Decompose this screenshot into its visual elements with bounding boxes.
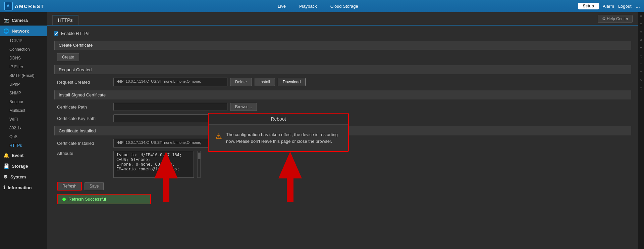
sidebar-item-storage[interactable]: 💾 Storage — [0, 161, 47, 171]
request-created-value: H/IP=10.0.17.134;C=US;ST=none;L=none;O=n… — [113, 78, 227, 86]
app-title: AMCREST — [15, 3, 44, 9]
logo-icon: A — [4, 2, 13, 10]
content-area: HTTPs ⚙ Help Center Enable HTTPs Create … — [47, 12, 638, 249]
sidebar: 📷 Camera 🌐 Network TCP/IP Connection DDN… — [0, 12, 47, 249]
sidebar-item-event[interactable]: 🔔 Event — [0, 150, 47, 161]
sidebar-item-system[interactable]: ⚙ System — [0, 171, 47, 182]
sidebar-sub-bonjour[interactable]: Bonjour — [0, 97, 47, 106]
camera-icon: 📷 — [3, 17, 9, 23]
sidebar-sub-ddns[interactable]: DDNS — [0, 54, 47, 63]
right-panel: C H P 9 H P F E A R — [638, 12, 644, 249]
sidebar-label-network: Network — [12, 29, 29, 34]
request-created-row: Request Created H/IP=10.0.17.134;C=US;ST… — [54, 78, 631, 86]
nav-live[interactable]: Live — [278, 3, 286, 9]
enable-https-label: Enable HTTPs — [61, 31, 90, 36]
vert-label-e[interactable]: E — [639, 71, 643, 73]
create-certificate-section: Create Certificate Create — [54, 41, 631, 61]
sidebar-sub-tcpip[interactable]: TCP/IP — [0, 36, 47, 45]
create-cert-row: Create — [54, 53, 631, 61]
vert-label-9[interactable]: 9 — [639, 39, 643, 41]
event-icon: 🔔 — [3, 153, 9, 158]
request-created-label: Request Created — [57, 80, 111, 85]
cert-path-label: Certificate Path — [57, 105, 111, 110]
reboot-dialog: Reboot ⚠ The configuration has taken eff… — [208, 113, 349, 152]
sidebar-sub-snmp[interactable]: SNMP — [0, 89, 47, 97]
sidebar-label-camera: Camera — [12, 18, 28, 23]
refresh-button[interactable]: Refresh — [57, 182, 82, 191]
nav-links: Live Playback Cloud Storage — [58, 3, 578, 9]
system-icon: ⚙ — [3, 174, 8, 179]
sidebar-label-information: Information — [8, 185, 32, 190]
cert-key-label: Certificate Key Path — [57, 116, 111, 121]
logo: A AMCREST — [4, 2, 44, 10]
refresh-success-text: Refresh Successful — [68, 197, 106, 202]
content-body: Enable HTTPs Create Certificate Create R… — [47, 26, 638, 210]
attribute-textarea[interactable]: Issue to: H/IP=10.0.17.134; C=US; ST=non… — [113, 151, 194, 178]
sidebar-sub-smtp[interactable]: SMTP (Email) — [0, 71, 47, 80]
info-icon: ℹ — [3, 185, 5, 190]
cert-installed-label: Certificate Installed — [57, 141, 111, 146]
delete-request-button[interactable]: Delete — [230, 78, 252, 86]
attribute-row: Attribute Issue to: H/IP=10.0.17.134; C=… — [54, 151, 631, 178]
alarm-button[interactable]: Alarm — [603, 4, 614, 9]
save-button[interactable]: Save — [85, 182, 104, 190]
action-buttons-row: Refresh Save — [54, 182, 631, 191]
green-dot — [62, 198, 66, 201]
sidebar-sub-https[interactable]: HTTPs — [0, 141, 47, 150]
top-nav: A AMCREST Live Playback Cloud Storage Se… — [0, 0, 644, 12]
request-created-section: Request Created Request Created H/IP=10.… — [54, 65, 631, 86]
cert-path-input[interactable] — [113, 103, 227, 111]
dots-menu[interactable]: ... — [636, 3, 640, 9]
nav-playback[interactable]: Playback — [299, 3, 317, 9]
cert-path-row: Certificate Path Browse... — [54, 103, 631, 111]
page-title: HTTPs — [52, 15, 78, 25]
content-header: HTTPs ⚙ Help Center — [47, 12, 638, 26]
sidebar-label-system: System — [10, 174, 26, 179]
refresh-banner: Refresh Successful — [57, 194, 151, 204]
install-signed-header: Install Signed Certificate — [54, 90, 631, 99]
nav-right: Setup Alarm Logout ... — [578, 3, 640, 9]
enable-https-row: Enable HTTPs — [54, 31, 631, 36]
sidebar-sub-802-1x[interactable]: 802.1x — [0, 124, 47, 132]
reboot-dialog-title: Reboot — [209, 114, 348, 125]
network-icon: 🌐 — [3, 28, 9, 34]
vert-label-a[interactable]: A — [639, 79, 643, 81]
reboot-dialog-body: ⚠ The configuration has taken effect, th… — [209, 125, 348, 151]
download-button[interactable]: Download — [278, 78, 306, 86]
sidebar-item-information[interactable]: ℹ Information — [0, 182, 47, 193]
storage-icon: 💾 — [3, 163, 9, 169]
sidebar-sub-upnp[interactable]: UPnP — [0, 80, 47, 89]
sidebar-sub-multicast[interactable]: Multicast — [0, 106, 47, 115]
sidebar-sub-ip-filter[interactable]: IP Filter — [0, 63, 47, 71]
logout-button[interactable]: Logout — [618, 4, 632, 9]
sidebar-label-storage: Storage — [12, 164, 28, 169]
setup-button[interactable]: Setup — [578, 3, 599, 9]
attribute-label: Attribute — [57, 151, 111, 156]
main-layout: 📷 Camera 🌐 Network TCP/IP Connection DDN… — [0, 12, 644, 249]
create-button[interactable]: Create — [57, 53, 79, 61]
vert-label-f[interactable]: F — [639, 64, 643, 66]
reboot-message: The configuration has taken effect, the … — [226, 131, 341, 144]
vert-label-p2[interactable]: P — [639, 55, 643, 57]
sidebar-item-network[interactable]: 🌐 Network — [0, 26, 47, 36]
sidebar-sub-wifi[interactable]: WIFI — [0, 115, 47, 124]
vert-label-c[interactable]: C — [639, 15, 643, 17]
vert-label-h[interactable]: H — [639, 23, 643, 26]
vert-label-h2[interactable]: H — [639, 47, 643, 49]
request-created-header: Request Created — [54, 65, 631, 74]
create-certificate-header: Create Certificate — [54, 41, 631, 50]
sidebar-sub-connection[interactable]: Connection — [0, 45, 47, 54]
sidebar-sub-qos[interactable]: QoS — [0, 132, 47, 141]
sidebar-label-event: Event — [12, 153, 23, 158]
enable-https-checkbox[interactable] — [54, 31, 58, 36]
install-button[interactable]: Install — [255, 78, 275, 86]
nav-cloud-storage[interactable]: Cloud Storage — [330, 3, 358, 9]
warning-icon: ⚠ — [215, 132, 222, 141]
help-center-button[interactable]: ⚙ Help Center — [598, 15, 633, 23]
browse-cert-button[interactable]: Browse... — [230, 103, 257, 111]
vert-label-r[interactable]: R — [639, 87, 643, 90]
sidebar-item-camera[interactable]: 📷 Camera — [0, 15, 47, 26]
vert-label-p[interactable]: P — [639, 31, 643, 33]
